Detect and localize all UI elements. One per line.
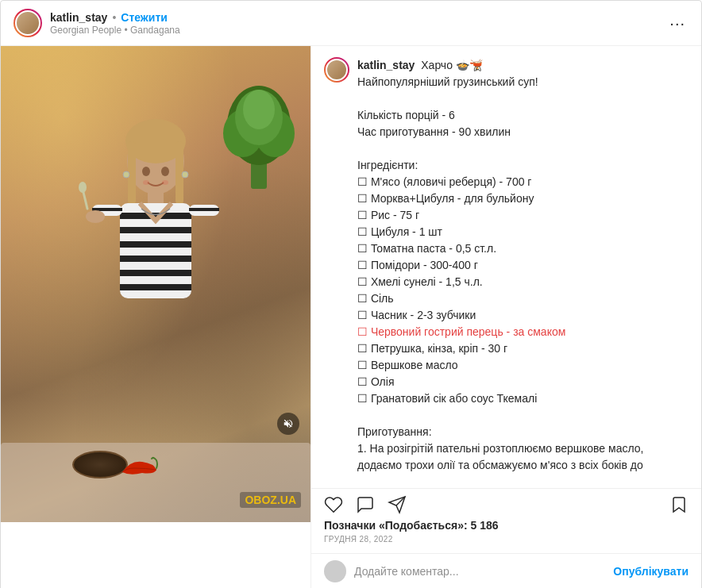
ingredient-11: ☐ Петрушка, кінза, кріп - 30 г bbox=[357, 342, 507, 355]
share-button[interactable] bbox=[388, 495, 407, 514]
post-actions: Позначки «Подобається»: 5 186 ГРУДНЯ 28,… bbox=[311, 488, 701, 553]
svg-rect-15 bbox=[189, 208, 219, 211]
portions-label: Кількість порцій - 6 bbox=[357, 109, 455, 121]
svg-point-19 bbox=[142, 167, 150, 176]
ingredient-13: ☐ Олія bbox=[357, 375, 394, 388]
header-top: katlin_stay • Стежити bbox=[50, 11, 666, 24]
svg-rect-11 bbox=[120, 284, 191, 290]
cooking-heading: Приготування: bbox=[357, 425, 432, 438]
svg-rect-7 bbox=[120, 227, 191, 233]
ingredient-9: ☐ Часник - 2-3 зубчики bbox=[357, 309, 476, 321]
ingredient-3: ☐ Рис - 75 г bbox=[357, 209, 419, 221]
ingredient-6: ☐ Помідори - 300-400 г bbox=[357, 259, 478, 271]
caption-avatar-inner bbox=[326, 59, 348, 81]
person-svg bbox=[76, 117, 235, 459]
caption-subtitle: Найпопулярніший грузинський суп! bbox=[357, 75, 538, 88]
ingredient-4: ☐ Цибуля - 1 шт bbox=[357, 225, 442, 238]
commenter-avatar bbox=[324, 560, 346, 582]
post-header: katlin_stay • Стежити Georgian People • … bbox=[1, 1, 701, 46]
ingredient-14: ☐ Гранатовий сік або соус Ткемалі bbox=[357, 392, 537, 405]
caption-header: katlin_stay Харчо 🍲🫕 Найпопулярніший гру… bbox=[324, 57, 688, 474]
post-content-side: katlin_stay Харчо 🍲🫕 Найпопулярніший гру… bbox=[310, 46, 701, 588]
svg-point-24 bbox=[182, 171, 188, 178]
svg-point-21 bbox=[143, 180, 149, 185]
avatar-image bbox=[15, 10, 40, 36]
publish-button[interactable]: Опублікувати bbox=[607, 565, 688, 578]
follow-button[interactable]: Стежити bbox=[121, 11, 168, 24]
svg-point-16 bbox=[86, 210, 105, 223]
bookmark-button[interactable] bbox=[669, 495, 688, 514]
cooking-step-1: 1. На розігрітій пательні розтоплюємо ве… bbox=[357, 442, 643, 471]
svg-point-20 bbox=[161, 167, 169, 176]
svg-rect-10 bbox=[120, 270, 191, 276]
caption-title: Харчо 🍲🫕 bbox=[421, 59, 483, 71]
svg-point-22 bbox=[162, 180, 168, 185]
chili-svg bbox=[118, 452, 158, 476]
like-button[interactable] bbox=[324, 495, 343, 514]
avatar bbox=[14, 9, 42, 37]
ingredient-5: ☐ Томатна паста - 0,5 ст.л. bbox=[357, 242, 496, 255]
post-date: ГРУДНЯ 28, 2022 bbox=[324, 535, 688, 544]
ingredient-7: ☐ Хмелі сунелі - 1,5 ч.л. bbox=[357, 275, 483, 288]
ingredient-12: ☐ Вершкове масло bbox=[357, 359, 458, 371]
caption-text: katlin_stay Харчо 🍲🫕 Найпопулярніший гру… bbox=[357, 57, 688, 474]
svg-point-18 bbox=[79, 182, 87, 193]
svg-rect-4 bbox=[148, 189, 164, 205]
ingredient-10: ☐ Червоний гострий перець - за смаком bbox=[357, 325, 565, 338]
comment-input[interactable] bbox=[354, 565, 607, 578]
more-options-button[interactable]: ··· bbox=[666, 11, 688, 36]
caption-avatar bbox=[324, 57, 349, 83]
action-icons bbox=[324, 495, 688, 514]
ingredient-1: ☐ М'ясо (яловичі реберця) - 700 г bbox=[357, 175, 531, 188]
header-info: katlin_stay • Стежити Georgian People • … bbox=[50, 11, 666, 36]
svg-rect-8 bbox=[120, 241, 191, 248]
watermark: OBOZ.UA bbox=[240, 492, 301, 508]
header-sub: Georgian People • Gandagana bbox=[50, 25, 666, 36]
ingredient-2: ☐ Морква+Цибуля - для бульйону bbox=[357, 192, 534, 205]
post-image: OBOZ.UA bbox=[1, 46, 310, 522]
caption-area: katlin_stay Харчо 🍲🫕 Найпопулярніший гру… bbox=[311, 46, 701, 488]
svg-point-30 bbox=[243, 90, 275, 129]
post-image-wrapper: OBOZ.UA bbox=[1, 46, 310, 588]
plant-svg bbox=[219, 78, 299, 197]
post-main: OBOZ.UA katlin_stay Харчо 🍲🫕 Найпопулярн… bbox=[1, 46, 701, 588]
ingredients-heading: Інгредієнти: bbox=[357, 159, 418, 171]
time-label: Час приготування - 90 хвилин bbox=[357, 125, 511, 138]
svg-rect-9 bbox=[120, 256, 191, 262]
comment-input-area: Опублікувати bbox=[311, 553, 701, 588]
comment-button[interactable] bbox=[356, 495, 375, 514]
dot-separator: • bbox=[112, 11, 116, 24]
header-username[interactable]: katlin_stay bbox=[50, 11, 107, 24]
caption-username[interactable]: katlin_stay bbox=[357, 59, 415, 71]
svg-point-23 bbox=[123, 171, 129, 178]
mute-icon[interactable] bbox=[277, 413, 299, 435]
post-container: katlin_stay • Стежити Georgian People • … bbox=[0, 0, 702, 588]
ingredient-8: ☐ Сіль bbox=[357, 292, 394, 305]
likes-count: Позначки «Подобається»: 5 186 bbox=[324, 519, 688, 532]
